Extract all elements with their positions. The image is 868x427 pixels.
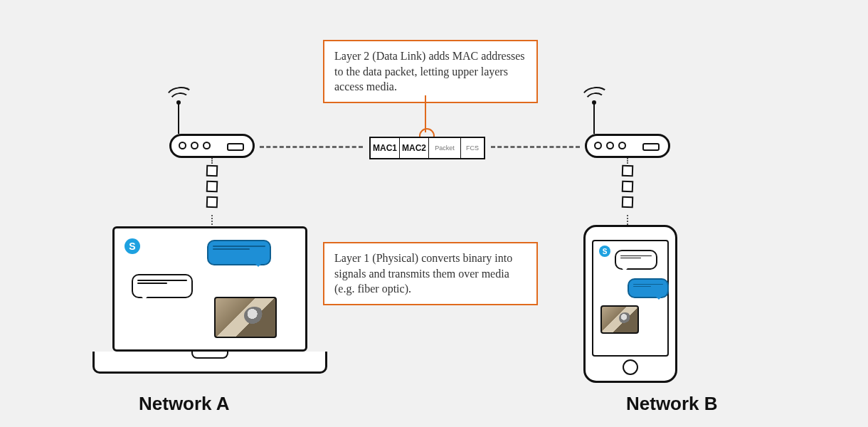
callout-layer1: Layer 1 (Physical) converts binary into … [323, 242, 538, 305]
link-square-icon [206, 196, 218, 209]
chat-bubble-outgoing [132, 274, 193, 298]
skype-icon: S [599, 246, 610, 257]
link-square-icon [622, 181, 634, 193]
laptop-screen: S [112, 226, 307, 352]
link-square-icon [206, 165, 218, 177]
link-square-icon [206, 181, 218, 193]
data-frame: MAC1 MAC2 Packet FCS [369, 137, 485, 159]
link-squares-b [622, 165, 633, 208]
link-right [491, 146, 580, 148]
router-body [585, 134, 670, 158]
cat-image [600, 305, 639, 334]
phone-screen: S [592, 240, 669, 357]
laptop-notch [191, 352, 228, 359]
link-square-icon [622, 165, 634, 177]
router-leds-icon [179, 142, 211, 149]
network-b-label: Network B [626, 393, 718, 415]
network-a-label: Network A [139, 393, 230, 415]
chat-bubble-incoming [207, 240, 271, 265]
router-port-icon [642, 143, 660, 151]
link-dots [627, 215, 630, 225]
skype-glyph: S [129, 241, 135, 252]
chat-bubble-outgoing [615, 250, 657, 270]
cat-image [214, 297, 277, 338]
router-leds-icon [594, 142, 626, 149]
link-dots [211, 215, 214, 225]
frame-seg-fcs: FCS [461, 138, 484, 158]
link-dots [627, 158, 630, 164]
diagram-canvas: Layer 2 (Data Link) adds MAC addresses t… [0, 0, 868, 427]
router-body [169, 134, 255, 158]
callout-pointer-line [425, 95, 426, 132]
link-dots [211, 158, 214, 164]
router-port-icon [227, 143, 244, 151]
callout-layer2-text: Layer 2 (Data Link) adds MAC addresses t… [334, 50, 524, 93]
frame-seg-mac1: MAC1 [371, 138, 400, 158]
frame-seg-mac2: MAC2 [400, 138, 429, 158]
skype-glyph: S [603, 248, 608, 255]
link-square-icon [622, 196, 634, 209]
chat-bubble-incoming [628, 278, 669, 298]
wifi-wave-icon [164, 85, 196, 113]
home-button-icon [623, 359, 638, 375]
router-a [169, 134, 255, 158]
phone-device: S [583, 225, 677, 383]
router-b [585, 134, 670, 158]
skype-icon: S [125, 238, 140, 254]
wifi-wave-icon [579, 85, 612, 113]
callout-layer2: Layer 2 (Data Link) adds MAC addresses t… [323, 40, 538, 103]
callout-layer1-text: Layer 1 (Physical) converts binary into … [334, 252, 512, 295]
laptop-device: S [92, 226, 327, 374]
link-squares-a [206, 165, 218, 208]
frame-seg-packet: Packet [429, 138, 461, 158]
link-left [260, 146, 363, 148]
laptop-base [92, 352, 327, 374]
